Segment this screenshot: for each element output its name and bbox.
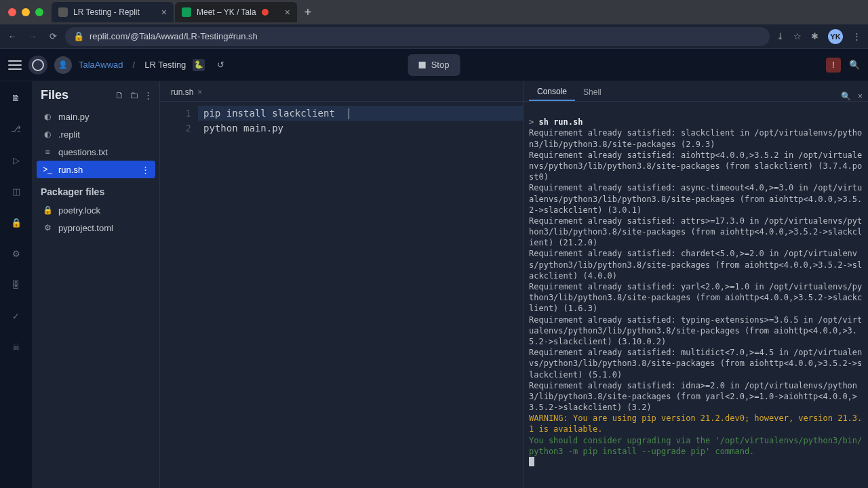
tool-run-icon[interactable]: ▷ — [7, 150, 26, 169]
window-minimize-icon[interactable] — [22, 8, 30, 16]
console-line: Requirement already satisfied: typing-ex… — [529, 315, 862, 346]
console-line: Requirement already satisfied: async-tim… — [529, 183, 862, 214]
console-search-icon[interactable]: 🔍 — [841, 92, 851, 101]
tool-settings-icon[interactable]: ⚙ — [7, 244, 26, 263]
breadcrumb-owner[interactable]: TalaAwwad — [79, 60, 123, 70]
lock-file-icon: 🔒 — [42, 205, 53, 215]
files-title: Files — [41, 88, 68, 102]
tool-packages-icon[interactable]: ◫ — [7, 182, 26, 201]
breadcrumb-separator: / — [133, 60, 136, 70]
editor-tab-label: run.sh — [171, 87, 193, 97]
profile-avatar[interactable]: YK — [828, 29, 843, 44]
nav-forward-icon[interactable]: → — [27, 31, 38, 41]
notification-badge-icon[interactable]: ! — [826, 58, 841, 73]
console-line: Requirement already satisfied: chardet<5… — [529, 249, 862, 280]
tool-database-icon[interactable]: 🗄 — [7, 275, 26, 294]
tab-close-icon[interactable]: × — [285, 7, 290, 18]
editor-tab-close-icon[interactable]: × — [197, 87, 202, 97]
console-warning: WARNING: You are using pip version 21.2.… — [529, 413, 862, 434]
line-gutter: 1 2 — [160, 102, 198, 488]
search-icon[interactable]: 🔍 — [849, 60, 860, 70]
file-name: questions.txt — [58, 147, 108, 157]
history-icon[interactable]: ↺ — [212, 56, 229, 74]
code-line: python main.py — [203, 121, 523, 136]
python-file-icon: ◐ — [42, 112, 53, 121]
install-app-icon[interactable]: ⤓ — [776, 31, 784, 41]
shell-file-icon: >_ — [42, 165, 53, 174]
text-file-icon: ≡ — [42, 147, 53, 157]
tab-console[interactable]: Console — [529, 83, 575, 101]
tool-tests-icon[interactable]: ✓ — [7, 306, 26, 325]
code-editor[interactable]: 1 2 pip install slackclient python main.… — [160, 102, 523, 488]
tab-shell[interactable]: Shell — [575, 83, 610, 101]
replit-logo-icon[interactable] — [28, 56, 47, 75]
tool-files-icon[interactable]: 🗎 — [7, 88, 26, 107]
favicon-icon — [182, 7, 191, 17]
hamburger-menu-icon[interactable] — [8, 60, 22, 70]
console-output[interactable]: > sh run.sh Requirement already satisfie… — [524, 102, 868, 488]
browser-tab-meet[interactable]: Meet – YK / Tala × — [175, 2, 297, 22]
packager-file-list: 🔒 poetry.lock ⚙ pyproject.toml — [33, 200, 159, 238]
bookmark-icon[interactable]: ☆ — [793, 31, 802, 41]
files-panel: Files 🗋 🗀 ⋮ ◐ main.py ◐ .replit ≡ questi… — [33, 81, 160, 488]
file-pyproject-toml[interactable]: ⚙ pyproject.toml — [37, 219, 155, 237]
nav-back-icon[interactable]: ← — [7, 31, 18, 41]
file-list: ◐ main.py ◐ .replit ≡ questions.txt >_ r… — [33, 106, 159, 180]
nav-reload-icon[interactable]: ⟳ — [47, 31, 58, 41]
file-run-sh[interactable]: >_ run.sh ⋮ — [37, 161, 155, 178]
browser-chrome: LR Testing - Replit × Meet – YK / Tala ×… — [0, 0, 868, 49]
editor-tab-run-sh[interactable]: run.sh × — [164, 83, 209, 101]
stop-button[interactable]: Stop — [408, 54, 460, 76]
file-name: pyproject.toml — [58, 223, 113, 233]
owner-avatar-icon[interactable]: 👤 — [54, 56, 72, 74]
tab-title: LR Testing - Replit — [73, 7, 140, 17]
new-tab-button[interactable]: + — [298, 3, 317, 22]
tab-close-icon[interactable]: × — [161, 7, 167, 18]
console-pane: Console Shell 🔍 × > sh run.sh Requiremen… — [524, 81, 868, 488]
language-python-icon: 🐍 — [193, 59, 205, 71]
file-more-icon[interactable]: ⋮ — [141, 165, 150, 175]
file-questions-txt[interactable]: ≡ questions.txt — [37, 143, 155, 161]
replit-header: 👤 TalaAwwad / LR Testing 🐍 ↺ Stop ! 🔍 — [0, 49, 868, 81]
console-line: Requirement already satisfied: attrs>=17… — [529, 216, 862, 247]
line-number: 1 — [160, 106, 191, 121]
console-command: sh run.sh — [534, 117, 583, 127]
tool-secrets-icon[interactable]: 🔒 — [7, 213, 26, 232]
tab-title: Meet – YK / Tala — [197, 7, 256, 17]
new-folder-icon[interactable]: 🗀 — [130, 90, 138, 100]
favicon-icon — [58, 7, 68, 17]
window-controls — [0, 8, 52, 16]
file-poetry-lock[interactable]: 🔒 poetry.lock — [37, 201, 155, 219]
file-replit[interactable]: ◐ .replit — [37, 125, 155, 143]
file-name: run.sh — [58, 165, 83, 175]
file-main-py[interactable]: ◐ main.py — [37, 108, 155, 125]
address-bar[interactable]: 🔒 replit.com/@TalaAwwad/LR-Testing#run.s… — [65, 27, 770, 46]
console-line: Requirement already satisfied: multidict… — [529, 348, 862, 379]
files-menu-icon[interactable]: ⋮ — [144, 90, 153, 100]
code-line: pip install slackclient — [198, 106, 523, 121]
workspace: 🗎 ⎇ ▷ ◫ 🔒 ⚙ 🗄 ✓ ☠ Files 🗋 🗀 ⋮ ◐ main.py … — [0, 81, 868, 488]
toml-file-icon: ⚙ — [42, 223, 53, 232]
tool-rail: 🗎 ⎇ ▷ ◫ 🔒 ⚙ 🗄 ✓ ☠ — [0, 81, 33, 488]
breadcrumb-repl[interactable]: LR Testing — [144, 60, 186, 70]
config-file-icon: ◐ — [42, 129, 53, 139]
packager-section-label: Packager files — [33, 180, 159, 200]
recording-icon — [262, 9, 269, 16]
editor-pane: run.sh × 1 2 pip install slackclient pyt… — [160, 81, 524, 488]
tool-vcs-icon[interactable]: ⎇ — [7, 119, 26, 138]
line-number: 2 — [160, 121, 191, 136]
console-close-icon[interactable]: × — [858, 92, 863, 101]
console-line: Requirement already satisfied: aiohttp<4… — [529, 150, 862, 182]
browser-tab-replit[interactable]: LR Testing - Replit × — [52, 2, 174, 22]
browser-menu-icon[interactable]: ⋮ — [852, 31, 861, 41]
window-close-icon[interactable] — [8, 8, 16, 16]
extensions-icon[interactable]: ✱ — [811, 31, 818, 41]
tool-debug-icon[interactable]: ☠ — [7, 338, 26, 357]
console-cursor-icon — [529, 457, 534, 466]
url-text: replit.com/@TalaAwwad/LR-Testing#run.sh — [90, 31, 258, 41]
file-name: poetry.lock — [58, 205, 100, 216]
console-hint: You should consider upgrading via the '/… — [529, 436, 862, 456]
new-file-icon[interactable]: 🗋 — [115, 90, 124, 100]
window-zoom-icon[interactable] — [35, 8, 43, 16]
editor-cursor-icon — [349, 108, 349, 119]
